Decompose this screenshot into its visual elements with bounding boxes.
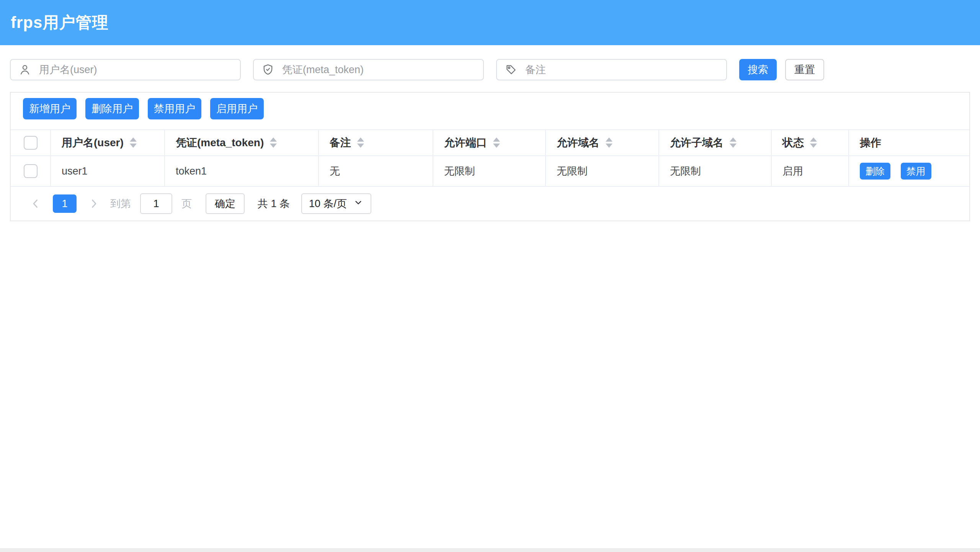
row-delete-button[interactable]: 删除	[860, 163, 890, 180]
cell-actions: 删除 禁用	[849, 156, 969, 186]
shield-check-icon	[261, 63, 274, 76]
col-header-allow-domains[interactable]: 允许域名	[546, 130, 659, 156]
col-header-actions: 操作	[849, 130, 969, 156]
sort-icon[interactable]	[730, 137, 737, 148]
goto-suffix-label: 页	[181, 197, 192, 211]
page-size-select[interactable]: 10 条/页	[301, 193, 371, 214]
row-checkbox[interactable]	[24, 164, 38, 178]
table-header-row: 用户名(user) 凭证(meta_token) 备注 允许端口 允许域名 允许…	[11, 130, 969, 156]
cell-username: user1	[51, 156, 165, 186]
tag-icon	[505, 63, 518, 76]
page-title: frps用户管理	[11, 12, 108, 33]
sort-icon[interactable]	[357, 137, 364, 148]
users-table: 用户名(user) 凭证(meta_token) 备注 允许端口 允许域名 允许…	[11, 129, 969, 187]
toolbar: 新增用户 删除用户 禁用用户 启用用户	[11, 93, 969, 119]
search-button[interactable]: 搜索	[739, 59, 777, 80]
cell-status: 启用	[771, 156, 849, 186]
cell-token: token1	[165, 156, 318, 186]
col-header-status[interactable]: 状态	[771, 130, 849, 156]
chevron-down-icon	[353, 197, 364, 211]
delete-users-button[interactable]: 删除用户	[85, 98, 139, 119]
goto-page-input[interactable]	[140, 193, 172, 214]
pagination: 1 到第 页 确定 共 1 条 10 条/页	[11, 187, 969, 220]
cell-allow-subdomains: 无限制	[659, 156, 771, 186]
reset-button[interactable]: 重置	[785, 59, 824, 80]
select-all-checkbox[interactable]	[24, 136, 38, 150]
next-page-button[interactable]	[87, 197, 100, 210]
cell-allow-domains: 无限制	[546, 156, 659, 186]
enable-users-button[interactable]: 启用用户	[210, 98, 264, 119]
page-number-button[interactable]: 1	[53, 194, 77, 213]
col-header-username[interactable]: 用户名(user)	[51, 130, 165, 156]
add-user-button[interactable]: 新增用户	[23, 98, 77, 119]
prev-page-button[interactable]	[29, 197, 42, 210]
cell-remark: 无	[318, 156, 433, 186]
app-header: frps用户管理	[0, 0, 980, 45]
table-row: user1 token1 无 无限制 无限制 无限制 启用 删除 禁用	[11, 156, 969, 186]
col-header-allow-subdomains[interactable]: 允许子域名	[659, 130, 771, 156]
sort-icon[interactable]	[270, 137, 277, 148]
confirm-button[interactable]: 确定	[206, 193, 245, 214]
search-bar: 搜索 重置	[10, 59, 970, 80]
sort-icon[interactable]	[493, 137, 500, 148]
sort-icon[interactable]	[606, 137, 612, 148]
page-size-value: 10 条/页	[309, 197, 347, 211]
user-icon	[18, 63, 31, 76]
table-panel: 新增用户 删除用户 禁用用户 启用用户 用户名(user)	[10, 92, 970, 221]
remark-input[interactable]	[524, 64, 719, 76]
cell-allow-ports: 无限制	[433, 156, 546, 186]
sort-icon[interactable]	[810, 137, 817, 148]
col-header-remark[interactable]: 备注	[318, 130, 433, 156]
username-input[interactable]	[38, 64, 232, 76]
sort-icon[interactable]	[130, 137, 137, 148]
token-input[interactable]	[281, 64, 475, 76]
total-count-label: 共 1 条	[258, 197, 290, 211]
col-header-token[interactable]: 凭证(meta_token)	[165, 130, 318, 156]
username-field[interactable]	[10, 59, 241, 80]
disable-users-button[interactable]: 禁用用户	[148, 98, 201, 119]
bottom-strip	[0, 548, 980, 552]
remark-field[interactable]	[496, 59, 727, 80]
token-field[interactable]	[253, 59, 484, 80]
row-disable-button[interactable]: 禁用	[901, 163, 931, 180]
goto-prefix-label: 到第	[110, 197, 131, 211]
col-header-allow-ports[interactable]: 允许端口	[433, 130, 546, 156]
